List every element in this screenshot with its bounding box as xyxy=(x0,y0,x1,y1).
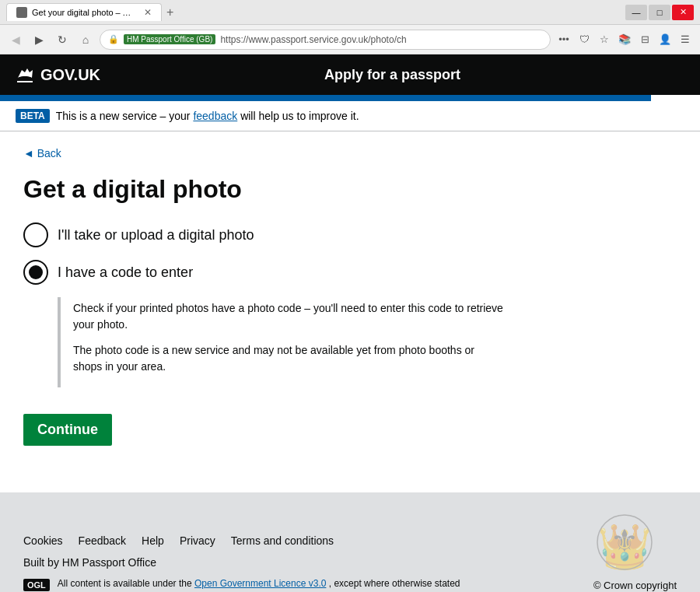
tabs-icon[interactable]: ⊟ xyxy=(636,31,653,48)
url-text: https://www.passport.service.gov.uk/phot… xyxy=(220,34,542,45)
footer-link-terms[interactable]: Terms and conditions xyxy=(231,534,334,547)
hm-badge: HM Passport Office (GB) xyxy=(124,34,215,44)
shield-icon[interactable]: 🛡 xyxy=(576,31,593,48)
footer-built: Built by HM Passport Office xyxy=(23,556,460,569)
hint-text-1: Check if your printed photos have a phot… xyxy=(73,300,506,333)
lock-icon: 🔒 xyxy=(108,34,119,44)
page-footer: Cookies Feedback Help Privacy Terms and … xyxy=(0,492,700,592)
radio-group: I'll take or upload a digital photo I ha… xyxy=(23,222,506,387)
browser-titlebar: Get your digital photo – Apply ✕ + — □ ✕… xyxy=(0,0,700,54)
copyright-text: © Crown copyright xyxy=(593,580,677,591)
page-wrapper: GOV.UK Apply for a passport BETA This is… xyxy=(0,54,700,592)
footer-link-cookies[interactable]: Cookies xyxy=(23,534,63,547)
radio-code-label[interactable]: I have a code to enter xyxy=(58,264,193,281)
maximize-button[interactable]: □ xyxy=(649,5,670,20)
code-hint-box: Check if your printed photos have a phot… xyxy=(58,297,506,387)
bookmark-icon[interactable]: ☆ xyxy=(596,31,613,48)
crown-emblem: 👑 ⚜ xyxy=(593,511,656,573)
more-options-icon[interactable]: ••• xyxy=(555,31,572,48)
close-button[interactable]: ✕ xyxy=(672,5,694,20)
forward-button[interactable]: ▶ xyxy=(30,30,48,49)
beta-text: This is a new service – your feedback wi… xyxy=(56,110,359,122)
govuk-header: GOV.UK Apply for a passport xyxy=(0,54,700,95)
footer-ogl: OGL All content is available under the O… xyxy=(23,578,460,591)
footer-link-help[interactable]: Help xyxy=(142,534,164,547)
home-button[interactable]: ⌂ xyxy=(76,30,95,49)
radio-code-input[interactable] xyxy=(23,260,48,285)
new-tab-button[interactable]: + xyxy=(162,5,178,19)
radio-item-upload: I'll take or upload a digital photo xyxy=(23,222,506,247)
browser-navbar: ◀ ▶ ↻ ⌂ 🔒 HM Passport Office (GB) https:… xyxy=(0,25,700,54)
crown-icon xyxy=(16,67,34,82)
crown-logo: 👑 ⚜ xyxy=(593,511,656,573)
address-bar[interactable]: 🔒 HM Passport Office (GB) https://www.pa… xyxy=(100,30,551,50)
beta-banner: BETA This is a new service – your feedba… xyxy=(0,101,700,131)
footer-left: Cookies Feedback Help Privacy Terms and … xyxy=(23,534,460,591)
back-button[interactable]: ◀ xyxy=(6,30,25,49)
continue-button[interactable]: Continue xyxy=(23,414,112,446)
tab-favicon xyxy=(16,7,27,18)
radio-item-code: I have a code to enter xyxy=(23,260,506,285)
svg-text:⚜: ⚜ xyxy=(611,524,639,558)
tab-title: Get your digital photo – Apply xyxy=(32,8,136,17)
page-heading: Get a digital photo xyxy=(23,175,506,204)
nav-icons: ••• 🛡 ☆ 📚 ⊟ 👤 ☰ xyxy=(555,31,694,48)
footer-links: Cookies Feedback Help Privacy Terms and … xyxy=(23,534,460,547)
footer-link-feedback[interactable]: Feedback xyxy=(79,534,126,547)
header-title: Apply for a passport xyxy=(100,67,684,83)
main-content: ◄ Back Get a digital photo I'll take or … xyxy=(0,131,529,477)
tab-close-icon[interactable]: ✕ xyxy=(144,7,152,18)
radio-upload-input[interactable] xyxy=(23,222,48,247)
govuk-logo-text: GOV.UK xyxy=(40,66,100,84)
bookmarks-icon[interactable]: 📚 xyxy=(616,31,633,48)
feedback-link[interactable]: feedback xyxy=(193,110,237,122)
beta-tag: BETA xyxy=(16,109,50,123)
refresh-button[interactable]: ↻ xyxy=(53,30,72,49)
radio-code-inner xyxy=(29,265,43,279)
footer-link-privacy[interactable]: Privacy xyxy=(180,534,215,547)
ogl-badge: OGL xyxy=(23,579,50,591)
govuk-logo[interactable]: GOV.UK xyxy=(16,66,100,84)
menu-icon[interactable]: ☰ xyxy=(677,31,694,48)
radio-upload-label[interactable]: I'll take or upload a digital photo xyxy=(58,227,254,243)
progress-bar xyxy=(0,95,651,101)
minimize-button[interactable]: — xyxy=(625,5,647,20)
account-icon[interactable]: 👤 xyxy=(656,31,674,48)
ogl-link[interactable]: Open Government Licence v3.0 xyxy=(194,578,326,589)
footer-bottom: Cookies Feedback Help Privacy Terms and … xyxy=(23,511,677,591)
back-link[interactable]: ◄ Back xyxy=(23,147,506,159)
footer-right: 👑 ⚜ © Crown copyright xyxy=(593,511,677,591)
ogl-text: All content is available under the Open … xyxy=(58,578,460,589)
hint-text-2: The photo code is a new service and may … xyxy=(73,342,506,375)
browser-tab[interactable]: Get your digital photo – Apply ✕ xyxy=(6,3,162,21)
